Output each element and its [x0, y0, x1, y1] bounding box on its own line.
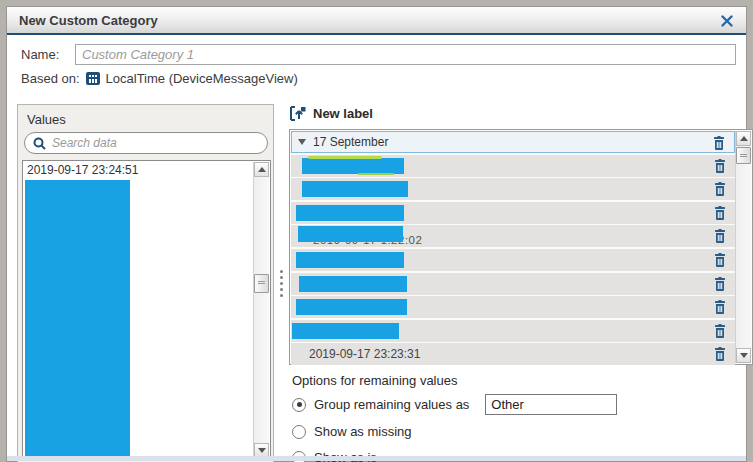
redacted-value [296, 299, 407, 315]
value-list-item[interactable]: 2019-09-17 23:24:51 [23, 161, 270, 179]
delete-icon[interactable] [713, 159, 727, 174]
redacted-value [292, 323, 399, 339]
delete-icon[interactable] [713, 324, 727, 339]
new-label-text: New label [313, 106, 373, 121]
delete-icon[interactable] [713, 206, 727, 221]
options-title: Options for remaining values [292, 373, 457, 388]
scroll-up-icon[interactable] [736, 131, 751, 146]
scroll-up-icon[interactable] [254, 162, 269, 177]
radio-selected-icon[interactable] [292, 398, 306, 412]
redacted-value [299, 276, 407, 292]
delete-icon[interactable] [713, 253, 727, 268]
search-placeholder: Search data [52, 136, 117, 150]
delete-icon[interactable] [713, 300, 727, 315]
dialog-title: New Custom Category [19, 13, 158, 28]
datetime-column-icon [86, 72, 100, 85]
values-list: 2019-09-17 23:24:51 [22, 160, 271, 460]
delete-icon[interactable] [713, 182, 727, 197]
other-value-input[interactable] [485, 394, 617, 415]
group-row-17-september[interactable]: 17 September [291, 131, 735, 153]
labels-list: 17 September 2019-09-17 1:22:02 [289, 129, 753, 365]
radio-show-as-missing[interactable]: Show as missing [292, 424, 412, 439]
new-label-button[interactable]: New label [290, 106, 373, 121]
name-input[interactable] [75, 44, 736, 65]
new-label-icon [290, 106, 306, 121]
redacted-value [302, 158, 404, 174]
search-input[interactable]: Search data [24, 132, 268, 154]
dialog-bottom-edge [7, 456, 746, 461]
redacted-label-row[interactable] [291, 296, 735, 318]
collapse-triangle-icon[interactable] [298, 139, 306, 145]
values-panel-title: Values [18, 105, 273, 127]
delete-icon[interactable] [713, 347, 727, 362]
redacted-label-row[interactable] [291, 273, 735, 295]
redacted-label-row[interactable] [291, 178, 735, 200]
group-label: 17 September [313, 135, 388, 149]
redacted-value [296, 205, 404, 221]
redacted-label-row[interactable] [291, 320, 735, 342]
redacted-value [298, 226, 403, 242]
redacted-label-row-partial[interactable]: 2019-09-17 1:22:02 [291, 225, 735, 247]
labels-list-scrollbar[interactable] [735, 131, 751, 363]
based-on-value: LocalTime (DeviceMessageView) [106, 71, 298, 86]
radio-group-remaining[interactable]: Group remaining values as [292, 394, 617, 415]
based-on-label: Based on: [21, 71, 80, 86]
name-label: Name: [21, 47, 75, 62]
splitter-grip-icon [280, 270, 283, 297]
labels-scroll-thumb[interactable] [736, 147, 751, 164]
title-bar: New Custom Category [7, 7, 746, 35]
close-icon[interactable] [718, 12, 736, 30]
radio-label: Group remaining values as [314, 397, 469, 412]
based-on-row: Based on: LocalTime (DeviceMessageView) [21, 71, 298, 86]
redacted-label-row[interactable] [291, 249, 735, 271]
values-list-scrollbar[interactable] [253, 162, 269, 458]
delete-icon[interactable] [713, 277, 727, 292]
redacted-label-row[interactable] [291, 202, 735, 224]
new-custom-category-dialog: New Custom Category Name: Based on: Loca… [6, 6, 747, 462]
values-scroll-thumb[interactable] [254, 274, 269, 293]
delete-icon[interactable] [712, 136, 726, 151]
panel-splitter[interactable] [276, 104, 287, 462]
delete-icon[interactable] [713, 229, 727, 244]
value-label: 2019-09-17 23:23:31 [309, 347, 420, 361]
window-frame: New Custom Category Name: Based on: Loca… [0, 0, 753, 462]
values-panel: Values Search data 2019-09-17 23:24:51 [17, 104, 274, 462]
radio-label: Show as missing [314, 424, 412, 439]
value-label-row[interactable]: 2019-09-17 23:23:31 [291, 343, 735, 365]
redacted-value [302, 181, 408, 197]
redacted-label-row[interactable] [291, 155, 735, 177]
redacted-values-block [25, 180, 130, 458]
scroll-down-icon[interactable] [736, 348, 751, 363]
name-row: Name: [21, 43, 736, 65]
radio-icon[interactable] [292, 425, 306, 439]
search-icon [33, 137, 46, 150]
redacted-value [296, 252, 404, 268]
